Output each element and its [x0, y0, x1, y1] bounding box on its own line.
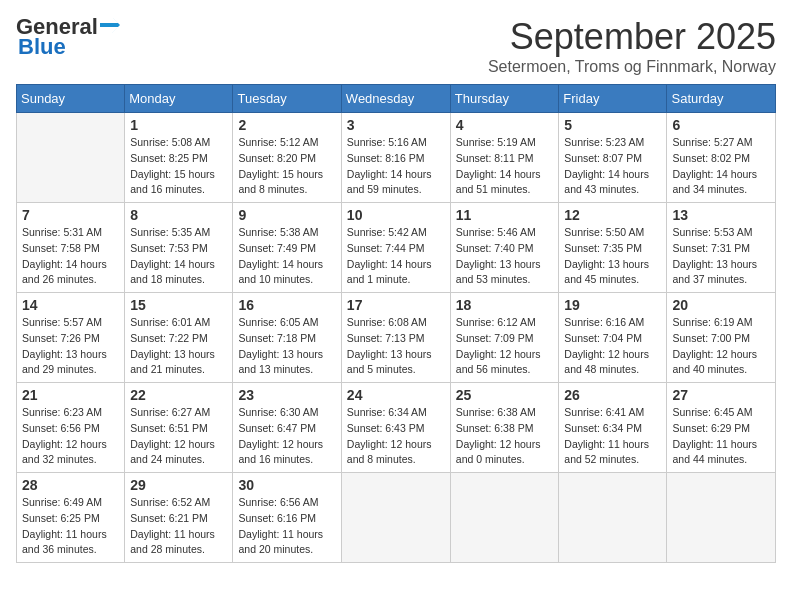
- day-number: 18: [456, 297, 554, 313]
- svg-marker-0: [100, 17, 120, 33]
- weekday-header-friday: Friday: [559, 85, 667, 113]
- day-number: 5: [564, 117, 661, 133]
- day-number: 23: [238, 387, 335, 403]
- day-number: 22: [130, 387, 227, 403]
- day-info: Sunrise: 6:38 AM Sunset: 6:38 PM Dayligh…: [456, 405, 554, 468]
- day-info: Sunrise: 6:45 AM Sunset: 6:29 PM Dayligh…: [672, 405, 770, 468]
- day-number: 4: [456, 117, 554, 133]
- calendar-cell: 8Sunrise: 5:35 AM Sunset: 7:53 PM Daylig…: [125, 203, 233, 293]
- day-number: 1: [130, 117, 227, 133]
- calendar-cell: 19Sunrise: 6:16 AM Sunset: 7:04 PM Dayli…: [559, 293, 667, 383]
- calendar-cell: 18Sunrise: 6:12 AM Sunset: 7:09 PM Dayli…: [450, 293, 559, 383]
- week-row-3: 14Sunrise: 5:57 AM Sunset: 7:26 PM Dayli…: [17, 293, 776, 383]
- week-row-1: 1Sunrise: 5:08 AM Sunset: 8:25 PM Daylig…: [17, 113, 776, 203]
- day-info: Sunrise: 5:12 AM Sunset: 8:20 PM Dayligh…: [238, 135, 335, 198]
- day-info: Sunrise: 5:16 AM Sunset: 8:16 PM Dayligh…: [347, 135, 445, 198]
- day-info: Sunrise: 6:19 AM Sunset: 7:00 PM Dayligh…: [672, 315, 770, 378]
- day-info: Sunrise: 5:27 AM Sunset: 8:02 PM Dayligh…: [672, 135, 770, 198]
- day-info: Sunrise: 6:23 AM Sunset: 6:56 PM Dayligh…: [22, 405, 119, 468]
- logo-arrow-icon: [100, 15, 128, 35]
- weekday-header-sunday: Sunday: [17, 85, 125, 113]
- day-info: Sunrise: 6:30 AM Sunset: 6:47 PM Dayligh…: [238, 405, 335, 468]
- calendar-cell: 1Sunrise: 5:08 AM Sunset: 8:25 PM Daylig…: [125, 113, 233, 203]
- day-info: Sunrise: 6:16 AM Sunset: 7:04 PM Dayligh…: [564, 315, 661, 378]
- week-row-4: 21Sunrise: 6:23 AM Sunset: 6:56 PM Dayli…: [17, 383, 776, 473]
- day-info: Sunrise: 6:01 AM Sunset: 7:22 PM Dayligh…: [130, 315, 227, 378]
- calendar-cell: 3Sunrise: 5:16 AM Sunset: 8:16 PM Daylig…: [341, 113, 450, 203]
- day-number: 2: [238, 117, 335, 133]
- day-number: 12: [564, 207, 661, 223]
- day-number: 8: [130, 207, 227, 223]
- weekday-header-monday: Monday: [125, 85, 233, 113]
- day-info: Sunrise: 5:35 AM Sunset: 7:53 PM Dayligh…: [130, 225, 227, 288]
- calendar-cell: 14Sunrise: 5:57 AM Sunset: 7:26 PM Dayli…: [17, 293, 125, 383]
- calendar-cell: [667, 473, 776, 563]
- month-title: September 2025: [488, 16, 776, 58]
- day-number: 24: [347, 387, 445, 403]
- logo-blue: Blue: [18, 34, 66, 60]
- day-number: 13: [672, 207, 770, 223]
- calendar-cell: 22Sunrise: 6:27 AM Sunset: 6:51 PM Dayli…: [125, 383, 233, 473]
- day-number: 30: [238, 477, 335, 493]
- day-info: Sunrise: 5:31 AM Sunset: 7:58 PM Dayligh…: [22, 225, 119, 288]
- day-number: 27: [672, 387, 770, 403]
- day-number: 21: [22, 387, 119, 403]
- day-number: 29: [130, 477, 227, 493]
- calendar-cell: 28Sunrise: 6:49 AM Sunset: 6:25 PM Dayli…: [17, 473, 125, 563]
- weekday-header-thursday: Thursday: [450, 85, 559, 113]
- calendar-cell: 2Sunrise: 5:12 AM Sunset: 8:20 PM Daylig…: [233, 113, 341, 203]
- calendar-cell: 17Sunrise: 6:08 AM Sunset: 7:13 PM Dayli…: [341, 293, 450, 383]
- day-info: Sunrise: 6:49 AM Sunset: 6:25 PM Dayligh…: [22, 495, 119, 558]
- calendar-cell: 6Sunrise: 5:27 AM Sunset: 8:02 PM Daylig…: [667, 113, 776, 203]
- weekday-header-saturday: Saturday: [667, 85, 776, 113]
- day-info: Sunrise: 5:19 AM Sunset: 8:11 PM Dayligh…: [456, 135, 554, 198]
- logo: General Blue: [16, 16, 128, 60]
- calendar-cell: 4Sunrise: 5:19 AM Sunset: 8:11 PM Daylig…: [450, 113, 559, 203]
- week-row-5: 28Sunrise: 6:49 AM Sunset: 6:25 PM Dayli…: [17, 473, 776, 563]
- calendar-cell: [559, 473, 667, 563]
- day-number: 20: [672, 297, 770, 313]
- day-info: Sunrise: 6:05 AM Sunset: 7:18 PM Dayligh…: [238, 315, 335, 378]
- calendar-cell: [341, 473, 450, 563]
- week-row-2: 7Sunrise: 5:31 AM Sunset: 7:58 PM Daylig…: [17, 203, 776, 293]
- calendar-table: SundayMondayTuesdayWednesdayThursdayFrid…: [16, 84, 776, 563]
- calendar-cell: 24Sunrise: 6:34 AM Sunset: 6:43 PM Dayli…: [341, 383, 450, 473]
- calendar-cell: 20Sunrise: 6:19 AM Sunset: 7:00 PM Dayli…: [667, 293, 776, 383]
- calendar-cell: [450, 473, 559, 563]
- day-info: Sunrise: 5:08 AM Sunset: 8:25 PM Dayligh…: [130, 135, 227, 198]
- day-info: Sunrise: 6:56 AM Sunset: 6:16 PM Dayligh…: [238, 495, 335, 558]
- calendar-cell: 30Sunrise: 6:56 AM Sunset: 6:16 PM Dayli…: [233, 473, 341, 563]
- day-info: Sunrise: 6:41 AM Sunset: 6:34 PM Dayligh…: [564, 405, 661, 468]
- day-info: Sunrise: 5:46 AM Sunset: 7:40 PM Dayligh…: [456, 225, 554, 288]
- calendar-cell: 23Sunrise: 6:30 AM Sunset: 6:47 PM Dayli…: [233, 383, 341, 473]
- day-info: Sunrise: 5:42 AM Sunset: 7:44 PM Dayligh…: [347, 225, 445, 288]
- weekday-header-tuesday: Tuesday: [233, 85, 341, 113]
- calendar-cell: 5Sunrise: 5:23 AM Sunset: 8:07 PM Daylig…: [559, 113, 667, 203]
- day-number: 25: [456, 387, 554, 403]
- calendar-cell: [17, 113, 125, 203]
- calendar-cell: 21Sunrise: 6:23 AM Sunset: 6:56 PM Dayli…: [17, 383, 125, 473]
- calendar-cell: 27Sunrise: 6:45 AM Sunset: 6:29 PM Dayli…: [667, 383, 776, 473]
- day-info: Sunrise: 5:57 AM Sunset: 7:26 PM Dayligh…: [22, 315, 119, 378]
- day-number: 26: [564, 387, 661, 403]
- day-info: Sunrise: 6:08 AM Sunset: 7:13 PM Dayligh…: [347, 315, 445, 378]
- calendar-cell: 7Sunrise: 5:31 AM Sunset: 7:58 PM Daylig…: [17, 203, 125, 293]
- day-info: Sunrise: 5:23 AM Sunset: 8:07 PM Dayligh…: [564, 135, 661, 198]
- calendar-cell: 11Sunrise: 5:46 AM Sunset: 7:40 PM Dayli…: [450, 203, 559, 293]
- day-number: 17: [347, 297, 445, 313]
- day-number: 14: [22, 297, 119, 313]
- day-number: 7: [22, 207, 119, 223]
- day-info: Sunrise: 5:53 AM Sunset: 7:31 PM Dayligh…: [672, 225, 770, 288]
- day-number: 19: [564, 297, 661, 313]
- weekday-header-wednesday: Wednesday: [341, 85, 450, 113]
- header-area: General Blue September 2025 Setermoen, T…: [16, 16, 776, 76]
- day-info: Sunrise: 6:52 AM Sunset: 6:21 PM Dayligh…: [130, 495, 227, 558]
- day-number: 10: [347, 207, 445, 223]
- day-info: Sunrise: 5:50 AM Sunset: 7:35 PM Dayligh…: [564, 225, 661, 288]
- day-number: 15: [130, 297, 227, 313]
- location-title: Setermoen, Troms og Finnmark, Norway: [488, 58, 776, 76]
- day-info: Sunrise: 6:27 AM Sunset: 6:51 PM Dayligh…: [130, 405, 227, 468]
- day-number: 11: [456, 207, 554, 223]
- day-number: 6: [672, 117, 770, 133]
- title-area: September 2025 Setermoen, Troms og Finnm…: [488, 16, 776, 76]
